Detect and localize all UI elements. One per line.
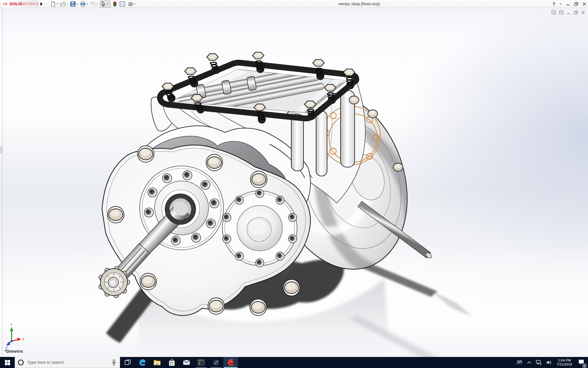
mail-icon: [183, 359, 190, 366]
bolt-boss-column: [316, 111, 327, 176]
title-bar: ∂S SOLIDWORKS: [0, 0, 588, 8]
svg-text:C:\_: C:\_: [199, 360, 202, 362]
doc-minimize-button[interactable]: [567, 11, 571, 14]
store-icon: [168, 359, 175, 366]
help-button[interactable]: ?: [552, 0, 555, 8]
ds-swirl-icon: ∂S: [3, 1, 9, 7]
display-colors-button[interactable]: [113, 1, 117, 7]
action-center-button[interactable]: 3: [578, 359, 584, 366]
task-view-button[interactable]: [120, 357, 135, 368]
network-icon[interactable]: [536, 360, 542, 365]
select-tool-button[interactable]: [100, 1, 111, 7]
volume-icon[interactable]: [546, 360, 552, 365]
tray-time: 1:04 PM: [557, 358, 572, 362]
report-button[interactable]: [119, 1, 125, 7]
people-icon[interactable]: [516, 360, 523, 365]
svg-text:W: W: [231, 361, 233, 363]
taskbar-app-store[interactable]: [164, 357, 179, 368]
file-explorer-icon: [153, 359, 161, 366]
search-placeholder: Type here to search: [27, 360, 112, 365]
menu-flyout-arrow[interactable]: [39, 1, 43, 7]
orientation-triad: Y X Z: [5, 323, 24, 350]
print-icon: [80, 1, 86, 7]
taskbar-app-command-prompt[interactable]: C:\_: [194, 357, 209, 368]
new-document-button[interactable]: [50, 1, 59, 7]
options-button[interactable]: [128, 1, 137, 7]
taskbar-app-mail[interactable]: [179, 357, 194, 368]
windows-logo-icon: [5, 360, 10, 365]
tray-date: 7/11/2018: [557, 362, 572, 366]
taskbar-app-edge[interactable]: [135, 357, 150, 368]
undo-button[interactable]: [90, 1, 100, 7]
solidworks-logo: ∂S SOLIDWORKS: [2, 0, 39, 8]
triad-x-label: X: [22, 337, 24, 341]
taskbar-app-solidworks-rx[interactable]: [209, 357, 223, 368]
taskbar-app-solidworks[interactable]: S W 2017: [223, 357, 238, 368]
microphone-icon[interactable]: [112, 359, 116, 366]
tray-clock[interactable]: 1:04 PM 7/11/2018: [557, 358, 572, 366]
open-button[interactable]: [60, 1, 70, 7]
graphics-viewport[interactable]: Y X Z ◂ *Dimetric: [0, 8, 588, 357]
task-view-icon: [125, 359, 131, 366]
print-button[interactable]: [80, 1, 89, 7]
svg-text:2017: 2017: [229, 364, 234, 366]
start-button[interactable]: [0, 357, 15, 368]
taskbar-app-file-explorer[interactable]: [150, 357, 164, 368]
model-3d: Y X Z: [0, 8, 588, 357]
edge-icon: [139, 359, 146, 366]
windows-taskbar: Type here to search C:\_ S W 2017: [0, 357, 588, 368]
doc-close-button[interactable]: [581, 11, 585, 14]
cortana-icon: [17, 359, 24, 366]
solidworks-rx-icon: [212, 359, 220, 366]
help-caret-icon[interactable]: [560, 3, 562, 5]
spline-coupler: [99, 266, 130, 298]
restore-button[interactable]: [574, 2, 578, 6]
undo-icon: [90, 1, 96, 7]
window-title: menjac sklop [Read-only]: [338, 2, 380, 6]
gear-icon: [128, 1, 134, 7]
solidworks-2017-icon: S W 2017: [227, 358, 235, 366]
panel-collapse-tab[interactable]: ◂: [0, 147, 2, 153]
new-document-icon: [50, 1, 56, 7]
brand-solid: SOLID: [9, 2, 23, 6]
brand-works: WORKS: [22, 2, 39, 6]
doc-next-button[interactable]: [559, 10, 564, 14]
viewport-left-border: [2, 8, 2, 357]
open-icon: [60, 1, 66, 7]
taskbar-search[interactable]: Type here to search: [15, 357, 120, 368]
select-arrow-icon: [101, 1, 106, 7]
report-icon: [119, 1, 125, 7]
minimize-button[interactable]: [566, 2, 570, 6]
triad-y-label: Y: [10, 323, 13, 327]
display-colors-icon: [113, 1, 117, 7]
orientation-label: *Dimetric: [5, 349, 23, 354]
notification-badge: 3: [582, 363, 587, 368]
close-button[interactable]: [582, 2, 586, 6]
doc-restore-button[interactable]: [574, 11, 578, 14]
bolt-boss-column: [291, 114, 303, 171]
save-icon: [70, 1, 76, 7]
save-button[interactable]: [70, 1, 79, 7]
ds-glyph: ∂S: [3, 2, 7, 6]
tray-expand-chevron[interactable]: [527, 361, 531, 364]
command-prompt-icon: C:\_: [198, 359, 205, 366]
doc-prev-button[interactable]: [552, 10, 556, 14]
